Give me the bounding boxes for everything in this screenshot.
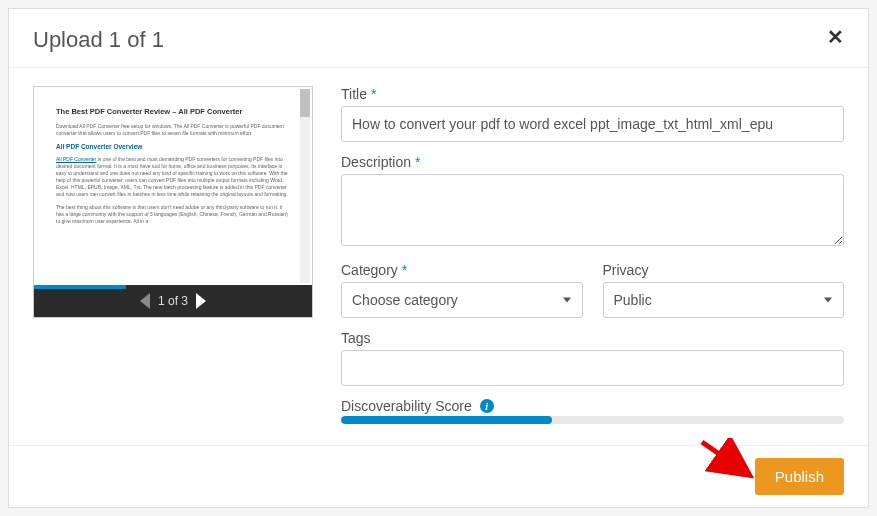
category-label: Category*: [341, 262, 583, 278]
preview-nav-bar: 1 of 3: [34, 285, 312, 317]
prev-page-icon[interactable]: [140, 293, 150, 309]
doc-body-1: All PDF Converter is one of the best and…: [56, 156, 290, 198]
title-input[interactable]: [341, 106, 844, 142]
preview-panel: The Best PDF Converter Review – All PDF …: [33, 86, 313, 435]
svg-line-1: [702, 442, 742, 470]
upload-modal: Upload 1 of 1 ✕ The Best PDF Converter R…: [8, 8, 869, 508]
title-field-group: Title*: [341, 86, 844, 142]
modal-footer: Publish: [9, 445, 868, 507]
preview-progress: [34, 285, 126, 289]
category-privacy-row: Category* Choose category Privacy Public: [341, 262, 844, 318]
category-select[interactable]: Choose category: [341, 282, 583, 318]
required-indicator: *: [402, 262, 407, 278]
doc-heading: The Best PDF Converter Review – All PDF …: [56, 107, 290, 117]
score-bar-fill: [341, 416, 552, 424]
privacy-select[interactable]: Public: [603, 282, 845, 318]
publish-button[interactable]: Publish: [755, 458, 844, 495]
title-label: Title*: [341, 86, 844, 102]
form-panel: Title* Description* Category* Choose cat…: [341, 86, 844, 435]
modal-header: Upload 1 of 1 ✕: [9, 9, 868, 68]
document-preview: The Best PDF Converter Review – All PDF …: [33, 86, 313, 318]
description-field-group: Description*: [341, 154, 844, 250]
document-page: The Best PDF Converter Review – All PDF …: [34, 87, 312, 285]
page-indicator: 1 of 3: [158, 294, 188, 308]
doc-body-2: The best thing about this software is th…: [56, 204, 290, 225]
tags-label: Tags: [341, 330, 844, 346]
doc-link: All PDF Converter: [56, 156, 96, 162]
required-indicator: *: [371, 86, 376, 102]
score-bar: [341, 416, 844, 424]
privacy-label: Privacy: [603, 262, 845, 278]
category-field-group: Category* Choose category: [341, 262, 583, 318]
required-indicator: *: [415, 154, 420, 170]
tags-field-group: Tags: [341, 330, 844, 386]
doc-subheading: All PDF Converter Overview: [56, 143, 290, 151]
score-label: Discoverability Score i: [341, 398, 844, 414]
next-page-icon[interactable]: [196, 293, 206, 309]
description-input[interactable]: [341, 174, 844, 246]
scrollbar-track[interactable]: [300, 89, 310, 283]
info-icon[interactable]: i: [480, 399, 494, 413]
modal-body: The Best PDF Converter Review – All PDF …: [9, 68, 868, 445]
score-field-group: Discoverability Score i: [341, 398, 844, 424]
modal-title: Upload 1 of 1: [33, 27, 164, 53]
annotation-arrow-icon: [698, 438, 756, 480]
privacy-field-group: Privacy Public: [603, 262, 845, 318]
description-label: Description*: [341, 154, 844, 170]
close-icon[interactable]: ✕: [827, 27, 844, 47]
doc-intro: Download All PDF Converter free setup fo…: [56, 123, 290, 137]
scrollbar-thumb[interactable]: [300, 89, 310, 117]
tags-input[interactable]: [341, 350, 844, 386]
